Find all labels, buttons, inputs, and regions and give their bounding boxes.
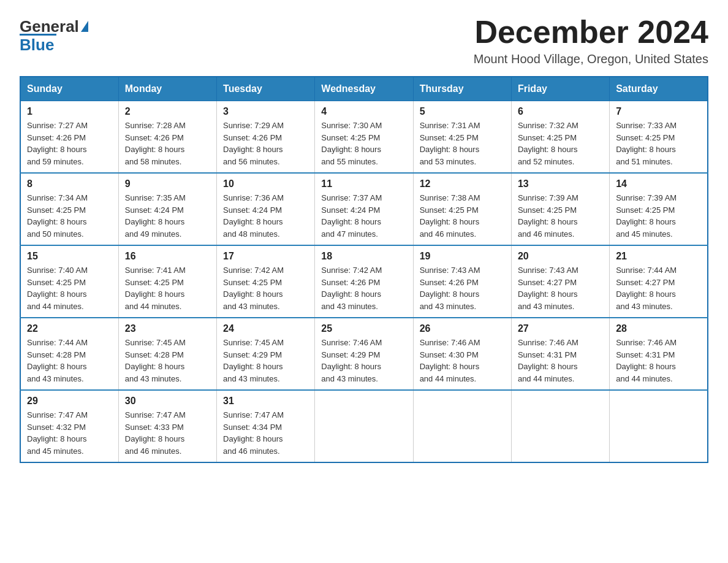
col-header-tuesday: Tuesday	[217, 77, 315, 101]
day-number: 5	[420, 106, 505, 117]
calendar-cell: 5 Sunrise: 7:31 AMSunset: 4:25 PMDayligh…	[413, 101, 511, 174]
day-info: Sunrise: 7:29 AMSunset: 4:26 PMDaylight:…	[223, 120, 308, 167]
calendar-cell: 25 Sunrise: 7:46 AMSunset: 4:29 PMDaylig…	[315, 318, 413, 390]
day-number: 21	[616, 251, 701, 262]
calendar-cell: 24 Sunrise: 7:45 AMSunset: 4:29 PMDaylig…	[217, 318, 315, 390]
calendar-table: SundayMondayTuesdayWednesdayThursdayFrid…	[20, 76, 708, 463]
day-number: 12	[420, 178, 505, 190]
calendar-cell: 31 Sunrise: 7:47 AMSunset: 4:34 PMDaylig…	[217, 390, 315, 462]
calendar-cell: 27 Sunrise: 7:46 AMSunset: 4:31 PMDaylig…	[511, 318, 609, 390]
day-info: Sunrise: 7:34 AMSunset: 4:25 PMDaylight:…	[27, 192, 112, 240]
calendar-cell	[413, 390, 511, 462]
calendar-cell: 12 Sunrise: 7:38 AMSunset: 4:25 PMDaylig…	[413, 173, 511, 245]
day-info: Sunrise: 7:47 AMSunset: 4:33 PMDaylight:…	[125, 409, 210, 457]
calendar-cell	[610, 390, 708, 462]
calendar-cell: 18 Sunrise: 7:42 AMSunset: 4:26 PMDaylig…	[315, 245, 413, 318]
calendar-cell: 20 Sunrise: 7:43 AMSunset: 4:27 PMDaylig…	[511, 245, 609, 318]
day-number: 27	[518, 323, 603, 334]
day-info: Sunrise: 7:35 AMSunset: 4:24 PMDaylight:…	[125, 192, 210, 240]
day-info: Sunrise: 7:31 AMSunset: 4:25 PMDaylight:…	[420, 120, 505, 167]
calendar-cell: 4 Sunrise: 7:30 AMSunset: 4:25 PMDayligh…	[315, 101, 413, 174]
day-info: Sunrise: 7:46 AMSunset: 4:30 PMDaylight:…	[420, 337, 505, 385]
day-info: Sunrise: 7:44 AMSunset: 4:27 PMDaylight:…	[616, 264, 701, 312]
day-number: 6	[518, 106, 603, 117]
calendar-cell: 6 Sunrise: 7:32 AMSunset: 4:25 PMDayligh…	[511, 101, 609, 174]
day-number: 7	[616, 106, 701, 117]
col-header-monday: Monday	[118, 77, 216, 101]
calendar-week-row: 1 Sunrise: 7:27 AMSunset: 4:26 PMDayligh…	[20, 101, 708, 174]
calendar-cell: 19 Sunrise: 7:43 AMSunset: 4:26 PMDaylig…	[413, 245, 511, 318]
day-info: Sunrise: 7:39 AMSunset: 4:25 PMDaylight:…	[616, 192, 701, 240]
calendar-cell: 17 Sunrise: 7:42 AMSunset: 4:25 PMDaylig…	[217, 245, 315, 318]
calendar-cell: 3 Sunrise: 7:29 AMSunset: 4:26 PMDayligh…	[217, 101, 315, 174]
day-number: 19	[420, 251, 505, 262]
day-number: 20	[518, 251, 603, 262]
page-header: General Blue December 2024 Mount Hood Vi…	[20, 15, 708, 66]
calendar-cell: 2 Sunrise: 7:28 AMSunset: 4:26 PMDayligh…	[118, 101, 216, 174]
month-title: December 2024	[474, 15, 708, 50]
day-number: 3	[223, 106, 308, 117]
day-number: 1	[27, 106, 112, 117]
location-title: Mount Hood Village, Oregon, United State…	[474, 52, 708, 66]
day-number: 10	[223, 178, 308, 190]
calendar-week-row: 29 Sunrise: 7:47 AMSunset: 4:32 PMDaylig…	[20, 390, 708, 462]
day-info: Sunrise: 7:33 AMSunset: 4:25 PMDaylight:…	[616, 120, 701, 167]
col-header-thursday: Thursday	[413, 77, 511, 101]
day-number: 25	[321, 323, 406, 334]
day-info: Sunrise: 7:30 AMSunset: 4:25 PMDaylight:…	[321, 120, 406, 167]
day-info: Sunrise: 7:46 AMSunset: 4:29 PMDaylight:…	[321, 337, 406, 385]
calendar-cell: 28 Sunrise: 7:46 AMSunset: 4:31 PMDaylig…	[610, 318, 708, 390]
day-number: 17	[223, 251, 308, 262]
logo-triangle-icon	[81, 21, 88, 32]
calendar-cell: 21 Sunrise: 7:44 AMSunset: 4:27 PMDaylig…	[610, 245, 708, 318]
calendar-cell: 10 Sunrise: 7:36 AMSunset: 4:24 PMDaylig…	[217, 173, 315, 245]
title-block: December 2024 Mount Hood Village, Oregon…	[474, 15, 708, 66]
day-info: Sunrise: 7:37 AMSunset: 4:24 PMDaylight:…	[321, 192, 406, 240]
calendar-cell: 22 Sunrise: 7:44 AMSunset: 4:28 PMDaylig…	[20, 318, 118, 390]
calendar-week-row: 22 Sunrise: 7:44 AMSunset: 4:28 PMDaylig…	[20, 318, 708, 390]
calendar-cell: 9 Sunrise: 7:35 AMSunset: 4:24 PMDayligh…	[118, 173, 216, 245]
calendar-cell: 30 Sunrise: 7:47 AMSunset: 4:33 PMDaylig…	[118, 390, 216, 462]
day-number: 29	[27, 396, 112, 407]
calendar-cell: 15 Sunrise: 7:40 AMSunset: 4:25 PMDaylig…	[20, 245, 118, 318]
calendar-cell	[315, 390, 413, 462]
day-number: 2	[125, 106, 210, 117]
day-info: Sunrise: 7:38 AMSunset: 4:25 PMDaylight:…	[420, 192, 505, 240]
day-number: 16	[125, 251, 210, 262]
day-info: Sunrise: 7:40 AMSunset: 4:25 PMDaylight:…	[27, 264, 112, 312]
day-info: Sunrise: 7:46 AMSunset: 4:31 PMDaylight:…	[616, 337, 701, 385]
calendar-cell: 16 Sunrise: 7:41 AMSunset: 4:25 PMDaylig…	[118, 245, 216, 318]
day-info: Sunrise: 7:27 AMSunset: 4:26 PMDaylight:…	[27, 120, 112, 167]
logo: General Blue	[20, 17, 88, 55]
day-number: 11	[321, 178, 406, 190]
day-info: Sunrise: 7:36 AMSunset: 4:24 PMDaylight:…	[223, 192, 308, 240]
day-info: Sunrise: 7:45 AMSunset: 4:28 PMDaylight:…	[125, 337, 210, 385]
calendar-cell	[511, 390, 609, 462]
day-info: Sunrise: 7:47 AMSunset: 4:34 PMDaylight:…	[223, 409, 308, 457]
day-info: Sunrise: 7:42 AMSunset: 4:26 PMDaylight:…	[321, 264, 406, 312]
calendar-cell: 26 Sunrise: 7:46 AMSunset: 4:30 PMDaylig…	[413, 318, 511, 390]
day-info: Sunrise: 7:42 AMSunset: 4:25 PMDaylight:…	[223, 264, 308, 312]
calendar-cell: 1 Sunrise: 7:27 AMSunset: 4:26 PMDayligh…	[20, 101, 118, 174]
calendar-week-row: 8 Sunrise: 7:34 AMSunset: 4:25 PMDayligh…	[20, 173, 708, 245]
day-number: 18	[321, 251, 406, 262]
logo-blue-text: Blue	[20, 36, 54, 54]
day-number: 8	[27, 178, 112, 190]
calendar-cell: 13 Sunrise: 7:39 AMSunset: 4:25 PMDaylig…	[511, 173, 609, 245]
day-number: 23	[125, 323, 210, 334]
day-info: Sunrise: 7:43 AMSunset: 4:27 PMDaylight:…	[518, 264, 603, 312]
day-info: Sunrise: 7:44 AMSunset: 4:28 PMDaylight:…	[27, 337, 112, 385]
calendar-cell: 29 Sunrise: 7:47 AMSunset: 4:32 PMDaylig…	[20, 390, 118, 462]
day-number: 15	[27, 251, 112, 262]
day-number: 31	[223, 396, 308, 407]
calendar-cell: 23 Sunrise: 7:45 AMSunset: 4:28 PMDaylig…	[118, 318, 216, 390]
day-number: 22	[27, 323, 112, 334]
day-info: Sunrise: 7:45 AMSunset: 4:29 PMDaylight:…	[223, 337, 308, 385]
day-number: 4	[321, 106, 406, 117]
day-info: Sunrise: 7:47 AMSunset: 4:32 PMDaylight:…	[27, 409, 112, 457]
day-info: Sunrise: 7:43 AMSunset: 4:26 PMDaylight:…	[420, 264, 505, 312]
day-number: 14	[616, 178, 701, 190]
calendar-week-row: 15 Sunrise: 7:40 AMSunset: 4:25 PMDaylig…	[20, 245, 708, 318]
day-info: Sunrise: 7:41 AMSunset: 4:25 PMDaylight:…	[125, 264, 210, 312]
col-header-sunday: Sunday	[20, 77, 118, 101]
